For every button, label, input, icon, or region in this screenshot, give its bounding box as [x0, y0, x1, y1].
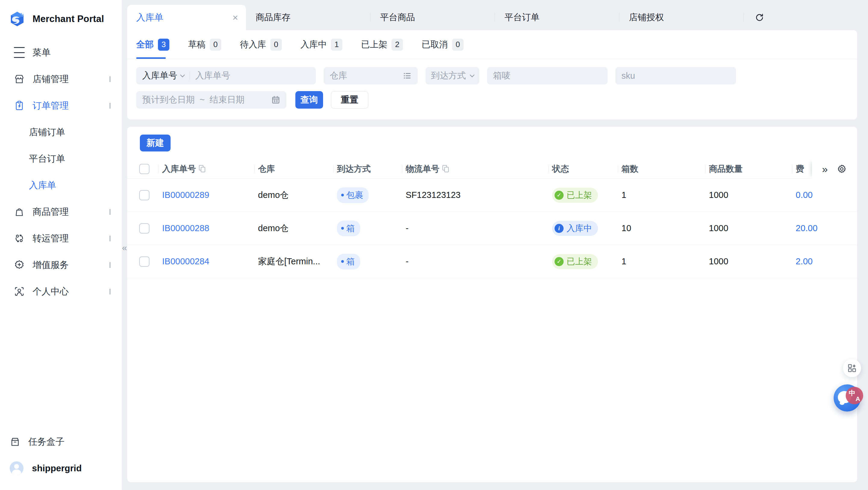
- chevron-right-icon: [110, 289, 110, 294]
- order-no-filter[interactable]: 入库单号 入库单号: [136, 67, 316, 85]
- sku-input[interactable]: sku: [615, 67, 736, 85]
- reset-button[interactable]: 重置: [331, 91, 368, 109]
- status-tab-shelved[interactable]: 已上架 2: [361, 39, 403, 51]
- chevron-right-icon: [110, 236, 110, 241]
- chevron-right-icon: [110, 262, 110, 268]
- user-scan-icon: [14, 286, 25, 297]
- order-no-input[interactable]: 入库单号: [195, 70, 230, 82]
- transfer-cycle-icon: [14, 233, 25, 244]
- status-badge: ✓已上架: [552, 188, 598, 203]
- row-checkbox[interactable]: [139, 256, 150, 267]
- refresh-icon[interactable]: [744, 13, 775, 22]
- active-tab-underline: [136, 57, 166, 59]
- sidebar: Merchant Portal 菜单 店铺管理: [0, 0, 122, 490]
- main-area: 入库单 × 商品库存 平台商品 平台订单 店铺授权 全部 3: [122, 0, 868, 490]
- gear-icon[interactable]: [837, 164, 847, 174]
- chevron-down-icon: [470, 73, 475, 77]
- table-row[interactable]: IB00000289 demo仓 包裹 SF123123123 ✓已上架 1 1…: [127, 179, 857, 212]
- table-header: 入库单号 仓库 到达方式 物流单号 状态 箱数 商品数量 费: [127, 159, 857, 179]
- sidebar-item-transfer-management[interactable]: 转运管理: [0, 225, 122, 252]
- inbound-table-card: 新建 入库单号 仓库 到达方式 物流单号 状态 箱数 商品数量 费 »: [127, 127, 857, 482]
- sidebar-item-value-added-services[interactable]: 增值服务: [0, 252, 122, 278]
- expand-columns-icon[interactable]: »: [822, 164, 828, 174]
- check-icon: ✓: [555, 257, 564, 266]
- table-row[interactable]: IB00000284 家庭仓[Termin... 箱 - ✓已上架 1 1000…: [127, 245, 857, 278]
- brand: Merchant Portal: [0, 0, 122, 28]
- list-icon: [403, 71, 412, 80]
- sidebar-subitem-platform-orders[interactable]: 平台订单: [0, 145, 122, 172]
- translate-icon: 中A: [846, 387, 863, 404]
- shopping-bag-icon: [14, 206, 25, 217]
- sidebar-menu: 菜单 店铺管理 订单管理: [0, 39, 122, 305]
- calendar-icon: [271, 95, 280, 105]
- inbound-order-link[interactable]: IB00000289: [162, 190, 209, 200]
- chevron-down-icon: [110, 103, 110, 108]
- close-icon[interactable]: ×: [232, 13, 238, 22]
- tab-platform-orders[interactable]: 平台订单: [495, 11, 619, 24]
- sidebar-menu-toggle[interactable]: 菜单: [0, 39, 122, 66]
- arrival-method-select[interactable]: 到达方式: [426, 67, 479, 85]
- status-tab-inbounding[interactable]: 入库中 1: [301, 39, 342, 51]
- check-icon: ✓: [555, 191, 564, 200]
- status-tab-cancelled[interactable]: 已取消 0: [422, 39, 464, 51]
- tab-product-inventory[interactable]: 商品库存: [246, 11, 370, 24]
- copy-icon[interactable]: [199, 165, 206, 173]
- arrival-badge: 箱: [337, 254, 360, 269]
- create-button[interactable]: 新建: [140, 135, 170, 151]
- count-badge: 2: [392, 39, 403, 51]
- sidebar-item-product-management[interactable]: 商品管理: [0, 199, 122, 225]
- widget-grid-sparkle-button[interactable]: [843, 359, 861, 377]
- count-badge: 0: [452, 39, 464, 51]
- arrival-badge: 箱: [337, 221, 360, 236]
- box-mark-input[interactable]: 箱唛: [487, 67, 608, 85]
- sidebar-subitem-inbound-orders[interactable]: 入库单: [0, 172, 122, 199]
- sidebar-subitem-store-orders[interactable]: 店铺订单: [0, 119, 122, 145]
- count-badge: 1: [331, 39, 342, 51]
- clipboard-lightning-icon: [14, 100, 25, 111]
- chevron-right-icon: [110, 76, 110, 82]
- copy-icon[interactable]: [442, 165, 450, 173]
- filters-panel: 全部 3 草稿 0 待入库 0 入库中 1 已上架 2 已取消 0: [127, 30, 857, 119]
- status-tab-all[interactable]: 全部 3: [136, 39, 169, 51]
- order-no-field-select[interactable]: 入库单号: [142, 70, 184, 82]
- status-badge: ✓已上架: [552, 254, 598, 269]
- row-checkbox[interactable]: [139, 190, 150, 200]
- grid-sparkle-icon: [847, 363, 857, 373]
- fee-link[interactable]: 0.00: [796, 190, 812, 200]
- sidebar-item-personal-center[interactable]: 个人中心: [0, 278, 122, 305]
- inbound-table: 入库单号 仓库 到达方式 物流单号 状态 箱数 商品数量 费 »: [127, 159, 857, 278]
- inbound-order-link[interactable]: IB00000284: [162, 256, 209, 266]
- page-tabbar: 入库单 × 商品库存 平台商品 平台订单 店铺授权: [122, 0, 868, 30]
- tab-inbound-orders-active[interactable]: 入库单 ×: [127, 5, 246, 30]
- select-all-checkbox[interactable]: [139, 164, 150, 174]
- status-tab-draft[interactable]: 草稿 0: [188, 39, 221, 51]
- tab-platform-products[interactable]: 平台商品: [370, 11, 495, 24]
- count-badge: 0: [210, 39, 221, 51]
- status-tab-pending-inbound[interactable]: 待入库 0: [240, 39, 282, 51]
- sidebar-collapse-icon[interactable]: «: [121, 240, 128, 255]
- info-icon: i: [555, 224, 564, 233]
- user-account[interactable]: shippergrid: [0, 455, 122, 482]
- storefront-icon: [14, 74, 25, 85]
- sidebar-item-store-management[interactable]: 店铺管理: [0, 66, 122, 92]
- tab-store-authorization[interactable]: 店铺授权: [619, 11, 744, 24]
- hamburger-icon: [14, 47, 25, 58]
- inbound-order-link[interactable]: IB00000288: [162, 223, 209, 233]
- search-button[interactable]: 查询: [296, 91, 323, 109]
- status-badge: i入库中: [552, 221, 598, 236]
- fee-link[interactable]: 2.00: [796, 256, 812, 266]
- chevron-down-icon: [180, 73, 185, 77]
- avatar: [10, 461, 24, 475]
- fee-link[interactable]: 20.00: [796, 223, 818, 233]
- seal-plus-icon: [14, 259, 25, 270]
- warehouse-filter[interactable]: 仓库: [324, 67, 418, 85]
- sidebar-item-task-box[interactable]: 任务盒子: [0, 428, 122, 455]
- table-row[interactable]: IB00000288 demo仓 箱 - i入库中 10 1000 20.00: [127, 212, 857, 245]
- task-box-icon: [10, 436, 21, 447]
- date-range-picker[interactable]: 预计到仓日期 ~ 结束日期: [136, 91, 286, 109]
- sidebar-item-order-management[interactable]: 订单管理: [0, 92, 122, 119]
- brand-logo-icon: [8, 10, 26, 28]
- arrival-badge: 包裹: [337, 188, 369, 203]
- row-checkbox[interactable]: [139, 223, 150, 234]
- translate-assistant-button[interactable]: 中A: [834, 384, 861, 411]
